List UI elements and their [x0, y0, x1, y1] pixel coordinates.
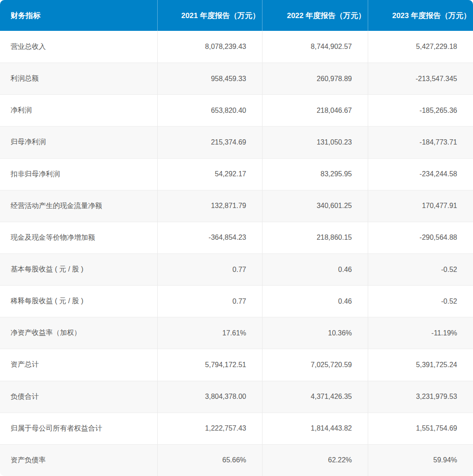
value-cell-2022: 340,601.25 [262, 190, 368, 222]
value-cell-2023: 5,427,229.18 [368, 31, 473, 63]
value-cell-2022: 131,050.23 [262, 126, 368, 158]
table-row: 资产负债率65.66%62.22%59.94% [0, 444, 473, 476]
table-row: 负债合计3,804,378.004,371,426.353,231,979.53 [0, 381, 473, 413]
header-cell-2023-report: 2023 年度报告（万元） [368, 0, 473, 31]
table-row: 稀释每股收益 ( 元 / 股 )0.770.46-0.52 [0, 285, 473, 317]
table-body: 营业总收入8,078,239.438,744,902.575,427,229.1… [0, 31, 473, 476]
table-row: 基本每股收益 ( 元 / 股 )0.770.46-0.52 [0, 253, 473, 285]
metric-label-cell: 负债合计 [0, 381, 157, 413]
header-cell-metric: 财务指标 [0, 0, 157, 31]
value-cell-2023: -184,773.71 [368, 126, 473, 158]
table-row: 利润总额958,459.33260,978.89-213,547.345 [0, 63, 473, 94]
table-row: 归母净利润215,374.69131,050.23-184,773.71 [0, 126, 473, 158]
value-cell-2021: 54,292.17 [157, 159, 262, 190]
value-cell-2021: -364,854.23 [157, 222, 262, 253]
value-cell-2022: 10.36% [262, 317, 368, 349]
metric-label-cell: 利润总额 [0, 63, 157, 94]
metric-label-cell: 稀释每股收益 ( 元 / 股 ) [0, 286, 157, 317]
value-cell-2023: 3,231,979.53 [368, 381, 473, 413]
value-cell-2022: 218,046.67 [262, 95, 368, 126]
metric-label-cell: 扣非归母净利润 [0, 159, 157, 190]
value-cell-2022: 83,295.95 [262, 159, 368, 190]
table-row: 归属于母公司所有者权益合计1,222,757.431,814,443.821,5… [0, 413, 473, 444]
table-row: 经营活动产生的现金流量净额132,871.79340,601.25170,477… [0, 190, 473, 222]
metric-label-cell: 现金及现金等价物净增加额 [0, 222, 157, 253]
metric-label-cell: 净资产收益率（加权） [0, 317, 157, 349]
value-cell-2023: 170,477.91 [368, 190, 473, 222]
value-cell-2021: 0.77 [157, 254, 262, 285]
financial-indicators-table: 财务指标 2021 年度报告（万元） 2022 年度报告（万元） 2023 年度… [0, 0, 473, 476]
metric-label-cell: 营业总收入 [0, 31, 157, 63]
value-cell-2022: 218,860.15 [262, 222, 368, 253]
table-header-row: 财务指标 2021 年度报告（万元） 2022 年度报告（万元） 2023 年度… [0, 0, 473, 31]
value-cell-2021: 215,374.69 [157, 126, 262, 158]
table-row: 净资产收益率（加权）17.61%10.36%-11.19% [0, 317, 473, 349]
value-cell-2023: -234,244.58 [368, 159, 473, 190]
value-cell-2021: 8,078,239.43 [157, 31, 262, 63]
metric-label-cell: 资产负债率 [0, 445, 157, 476]
value-cell-2023: -185,265.36 [368, 95, 473, 126]
value-cell-2023: -0.52 [368, 286, 473, 317]
value-cell-2021: 3,804,378.00 [157, 381, 262, 413]
value-cell-2023: 5,391,725.24 [368, 349, 473, 380]
metric-label-cell: 基本每股收益 ( 元 / 股 ) [0, 254, 157, 285]
header-cell-2022-report: 2022 年度报告（万元） [262, 0, 368, 31]
table-row: 营业总收入8,078,239.438,744,902.575,427,229.1… [0, 31, 473, 63]
value-cell-2023: -0.52 [368, 254, 473, 285]
table-row: 现金及现金等价物净增加额-364,854.23218,860.15-290,56… [0, 222, 473, 253]
value-cell-2021: 132,871.79 [157, 190, 262, 222]
value-cell-2022: 7,025,720.59 [262, 349, 368, 380]
value-cell-2022: 1,814,443.82 [262, 413, 368, 444]
value-cell-2023: 1,551,754.69 [368, 413, 473, 444]
value-cell-2022: 8,744,902.57 [262, 31, 368, 63]
table-row: 扣非归母净利润54,292.1783,295.95-234,244.58 [0, 158, 473, 190]
value-cell-2023: -11.19% [368, 317, 473, 349]
value-cell-2023: -290,564.88 [368, 222, 473, 253]
table-row: 净利润653,820.40218,046.67-185,265.36 [0, 94, 473, 126]
value-cell-2023: -213,547.345 [368, 63, 473, 94]
metric-label-cell: 归母净利润 [0, 126, 157, 158]
value-cell-2022: 62.22% [262, 445, 368, 476]
value-cell-2021: 17.61% [157, 317, 262, 349]
value-cell-2021: 653,820.40 [157, 95, 262, 126]
table-row: 资产总计5,794,172.517,025,720.595,391,725.24 [0, 349, 473, 380]
value-cell-2021: 5,794,172.51 [157, 349, 262, 380]
value-cell-2023: 59.94% [368, 445, 473, 476]
metric-label-cell: 净利润 [0, 95, 157, 126]
value-cell-2021: 65.66% [157, 445, 262, 476]
metric-label-cell: 资产总计 [0, 349, 157, 380]
value-cell-2021: 958,459.33 [157, 63, 262, 94]
value-cell-2022: 0.46 [262, 254, 368, 285]
value-cell-2022: 0.46 [262, 286, 368, 317]
metric-label-cell: 归属于母公司所有者权益合计 [0, 413, 157, 444]
value-cell-2021: 1,222,757.43 [157, 413, 262, 444]
value-cell-2022: 4,371,426.35 [262, 381, 368, 413]
value-cell-2022: 260,978.89 [262, 63, 368, 94]
metric-label-cell: 经营活动产生的现金流量净额 [0, 190, 157, 222]
header-cell-2021-report: 2021 年度报告（万元） [157, 0, 262, 31]
value-cell-2021: 0.77 [157, 286, 262, 317]
